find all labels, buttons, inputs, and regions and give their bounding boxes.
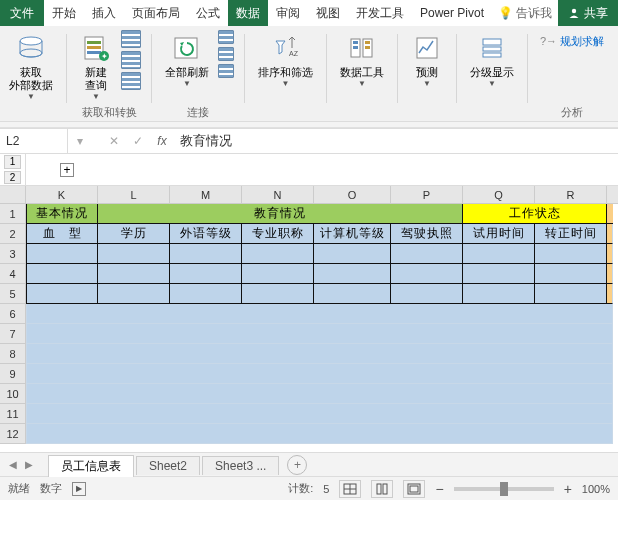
cell[interactable]	[170, 264, 242, 284]
file-tab[interactable]: 文件	[0, 0, 44, 26]
fx-icon[interactable]: fx	[150, 134, 174, 148]
tab-view[interactable]: 视图	[308, 0, 348, 26]
get-external-data-button[interactable]: 获取 外部数据 ▼	[6, 30, 56, 104]
sheet-nav-prev-icon[interactable]: ◀	[6, 459, 20, 470]
cell[interactable]	[26, 244, 98, 264]
row-header[interactable]: 2	[0, 224, 26, 244]
cell[interactable]	[98, 244, 170, 264]
cell[interactable]	[463, 264, 535, 284]
accept-formula-icon[interactable]: ✓	[126, 134, 150, 148]
show-queries-icon[interactable]	[121, 30, 141, 48]
name-box-dropdown-icon[interactable]: ▾	[68, 134, 92, 148]
cell[interactable]	[391, 244, 463, 264]
col-header[interactable]: P	[391, 186, 463, 204]
solver-link[interactable]: ?→ 规划求解	[538, 30, 606, 53]
row-header[interactable]: 4	[0, 264, 26, 284]
select-all-corner[interactable]	[0, 186, 26, 204]
cell[interactable]	[242, 244, 314, 264]
formula-input[interactable]	[174, 129, 618, 153]
cell[interactable]	[535, 284, 607, 304]
outline-expand-icon[interactable]: +	[60, 163, 74, 177]
sheet-tab[interactable]: Sheet3 ...	[202, 456, 279, 475]
row-header[interactable]: 7	[0, 324, 26, 344]
new-sheet-button[interactable]: +	[287, 455, 307, 475]
properties-icon[interactable]	[218, 47, 234, 61]
section-education[interactable]: 教育情况	[98, 204, 463, 224]
cell[interactable]	[242, 264, 314, 284]
forecast-button[interactable]: 预测 ▼	[408, 30, 446, 91]
macro-record-icon[interactable]: ▶	[72, 482, 86, 496]
cell[interactable]	[26, 424, 613, 444]
cell[interactable]	[242, 284, 314, 304]
cell[interactable]	[26, 384, 613, 404]
cell[interactable]	[26, 404, 613, 424]
tab-review[interactable]: 审阅	[268, 0, 308, 26]
cell-header[interactable]: 试用时间	[463, 224, 535, 244]
row-header[interactable]: 8	[0, 344, 26, 364]
section-work[interactable]: 工作状态	[463, 204, 607, 224]
cell[interactable]	[26, 324, 613, 344]
cell-header[interactable]: 驾驶执照	[391, 224, 463, 244]
cell[interactable]	[607, 224, 613, 244]
sheet-tab[interactable]: Sheet2	[136, 456, 200, 475]
worksheet-grid[interactable]: K L M N O P Q R 1 基本情况 教育情况 工作状态 2 血 型 学…	[0, 186, 618, 444]
sheet-nav-next-icon[interactable]: ▶	[22, 459, 36, 470]
view-page-layout-icon[interactable]	[371, 480, 393, 498]
from-table-icon[interactable]	[121, 51, 141, 69]
cell-header[interactable]: 外语等级	[170, 224, 242, 244]
edit-links-icon[interactable]	[218, 64, 234, 78]
share-button[interactable]: 共享	[558, 0, 618, 26]
col-header[interactable]: R	[535, 186, 607, 204]
tab-developer[interactable]: 开发工具	[348, 0, 412, 26]
cell[interactable]	[535, 264, 607, 284]
cell[interactable]	[607, 284, 613, 304]
col-header[interactable]: M	[170, 186, 242, 204]
cell[interactable]	[314, 264, 391, 284]
cell[interactable]	[26, 364, 613, 384]
cell[interactable]	[26, 344, 613, 364]
connections-icon[interactable]	[218, 30, 234, 44]
sheet-tab-active[interactable]: 员工信息表	[48, 455, 134, 477]
outline-level-1[interactable]: 1	[4, 155, 21, 169]
cell[interactable]	[391, 284, 463, 304]
cell[interactable]	[98, 264, 170, 284]
refresh-all-button[interactable]: 全部刷新 ▼	[162, 30, 212, 91]
tell-me[interactable]: 💡 告诉我	[492, 0, 558, 26]
cell[interactable]	[98, 284, 170, 304]
zoom-level[interactable]: 100%	[582, 483, 610, 495]
cell-header[interactable]: 学历	[98, 224, 170, 244]
tab-data[interactable]: 数据	[228, 0, 268, 26]
col-header[interactable]: L	[98, 186, 170, 204]
row-header[interactable]: 11	[0, 404, 26, 424]
row-header[interactable]: 6	[0, 304, 26, 324]
tab-insert[interactable]: 插入	[84, 0, 124, 26]
row-header[interactable]: 1	[0, 204, 26, 224]
data-tools-button[interactable]: 数据工具 ▼	[337, 30, 387, 91]
row-header[interactable]: 5	[0, 284, 26, 304]
cell-header[interactable]: 转正时间	[535, 224, 607, 244]
new-query-button[interactable]: ✦ 新建 查询 ▼	[77, 30, 115, 104]
zoom-in-button[interactable]: +	[564, 481, 572, 497]
cell[interactable]	[26, 304, 613, 324]
cell[interactable]	[26, 284, 98, 304]
col-header[interactable]: Q	[463, 186, 535, 204]
cell[interactable]	[170, 244, 242, 264]
view-normal-icon[interactable]	[339, 480, 361, 498]
cell[interactable]	[314, 284, 391, 304]
cell[interactable]	[26, 264, 98, 284]
col-header[interactable]: O	[314, 186, 391, 204]
cell[interactable]	[607, 244, 613, 264]
cell[interactable]	[314, 244, 391, 264]
zoom-out-button[interactable]: −	[435, 481, 443, 497]
outline-button[interactable]: 分级显示 ▼	[467, 30, 517, 91]
section-basic[interactable]: 基本情况	[26, 204, 98, 224]
tab-powerpivot[interactable]: Power Pivot	[412, 0, 492, 26]
col-header[interactable]: K	[26, 186, 98, 204]
row-header[interactable]: 10	[0, 384, 26, 404]
sort-filter-button[interactable]: AZ 排序和筛选 ▼	[255, 30, 316, 91]
cell-header[interactable]: 血 型	[26, 224, 98, 244]
cell[interactable]	[607, 264, 613, 284]
cell[interactable]	[170, 284, 242, 304]
tab-layout[interactable]: 页面布局	[124, 0, 188, 26]
cancel-formula-icon[interactable]: ✕	[102, 134, 126, 148]
